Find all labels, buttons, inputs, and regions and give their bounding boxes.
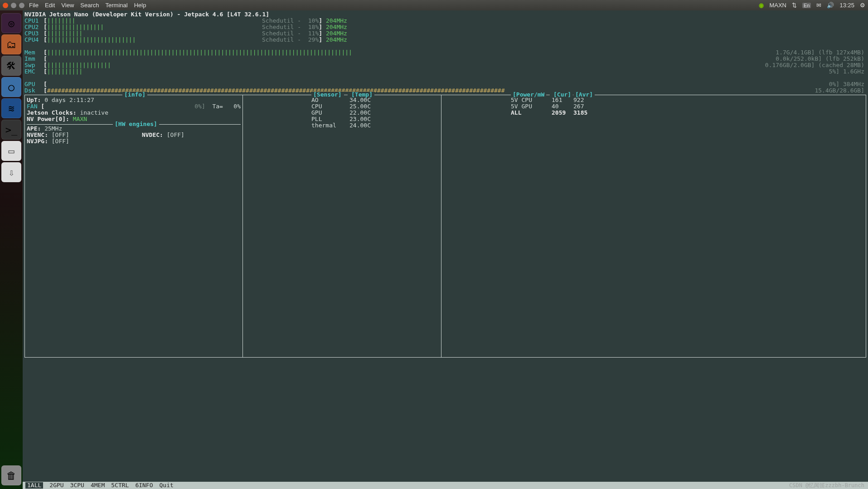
power-mode-indicator[interactable]: MAXN (769, 2, 786, 9)
menu-edit[interactable]: Edit (45, 2, 55, 9)
minimize-icon[interactable] (11, 3, 16, 8)
power-avr: 267 (573, 103, 584, 110)
sensor-temp: 22.00C (349, 109, 371, 116)
launcher-trash-icon[interactable]: 🗑 (1, 465, 21, 485)
tab-quit[interactable]: Quit (160, 482, 174, 489)
fan-label: FAN (27, 103, 37, 110)
ta-label: Ta= (212, 103, 223, 110)
menu-search[interactable]: Search (80, 2, 99, 9)
cpu-pct: 18% (308, 24, 319, 30)
sensor-temp: 25.00C (349, 103, 371, 110)
cpu-label: CPU4 (24, 37, 44, 43)
maximize-icon[interactable] (19, 3, 24, 8)
watermark: CSDN @忆闻笛zzzbh-Brunch (789, 482, 864, 489)
dsk-right: 15.4GB/28.6GB] (815, 87, 864, 94)
nvpower-label: NV Power[0]: (27, 116, 69, 122)
clock[interactable]: 13:25 (839, 2, 854, 9)
jtop-title: NVIDIA Jetson Nano (Developer Kit Versio… (24, 11, 866, 18)
hw-engines-divider: [HW engines] (27, 124, 241, 125)
ape-value: 25MHz (44, 125, 62, 132)
sensor-temp: 24.00C (349, 122, 371, 129)
launcher-chromium-icon[interactable]: ◯ (1, 77, 21, 97)
swp-label: Swp (24, 62, 44, 68)
menu-items: File Edit View Search Terminal Help (29, 2, 146, 9)
gpu-label: GPU (24, 81, 44, 87)
sensor-name: GPU (311, 110, 349, 116)
launcher-usb-icon[interactable]: ⇩ (1, 162, 21, 182)
cpu-gov: Schedutil (262, 24, 294, 30)
gear-icon[interactable]: ⚙ (860, 2, 865, 9)
cpu-pct: 10% (308, 17, 319, 24)
sensor-temp: 34.00C (349, 97, 371, 103)
mail-icon[interactable]: ✉ (816, 2, 821, 9)
menu-file[interactable]: File (29, 2, 39, 9)
menu-terminal[interactable]: Terminal (106, 2, 128, 9)
nvenc-value: [OFF] (52, 131, 69, 138)
nvidia-icon[interactable]: ◉ (759, 2, 764, 9)
volume-icon[interactable]: 🔊 (827, 2, 834, 9)
mem-bar: ||||||||||||||||||||||||||||||||||||||||… (47, 49, 352, 56)
sensor-name: thermal (311, 122, 349, 129)
cpu-bar: |||||||| (47, 18, 76, 24)
status-bar: 1ALL 2GPU 3CPU 4MEM 5CTRL 6INFO Quit CSD… (23, 482, 868, 489)
nvdec-label: NVDEC: (142, 131, 163, 138)
tab-ctrl[interactable]: 5CTRL (111, 482, 129, 489)
launcher-vscode-icon[interactable]: ≋ (1, 98, 21, 118)
ape-label: APE: (27, 125, 41, 132)
sensor-temp: 23.00C (349, 116, 371, 122)
fan-pct: 0%] (194, 103, 205, 110)
launcher-dash-icon[interactable]: ◎ (1, 13, 21, 33)
mem-label: Mem (24, 49, 44, 56)
launcher-terminal-icon[interactable]: >_ (1, 120, 21, 140)
jetson-clocks-label: Jetson Clocks: (27, 109, 77, 116)
launcher-settings-icon[interactable]: 🛠 (1, 56, 21, 76)
info-pane: UpT: 0 days 2:11:27 FAN [ 0%] Ta= 0% Jet… (27, 97, 241, 145)
cpu-bar: |||||||||||||||| (47, 24, 104, 30)
menu-view[interactable]: View (61, 2, 74, 9)
menu-help[interactable]: Help (134, 2, 146, 9)
cpu-bar: |||||||||| (47, 30, 82, 37)
tab-mem[interactable]: 4MEM (91, 482, 105, 489)
terminal[interactable]: NVIDIA Jetson Nano (Developer Kit Versio… (23, 10, 868, 489)
power-name: 5V GPU (511, 103, 552, 110)
nvpower-value: MAXN (73, 116, 87, 122)
gpu-right: 0%] 384MHz (829, 81, 864, 87)
power-avr: 3185 (573, 109, 587, 116)
dsk-label: Dsk (24, 87, 44, 94)
tab-cpu[interactable]: 3CPU (70, 482, 84, 489)
sensor-name: AO (311, 97, 349, 103)
power-name: 5V CPU (511, 97, 552, 103)
network-icon[interactable]: ⇅ (792, 2, 797, 9)
uptime-value: 0 days 2:11:27 (44, 97, 94, 103)
nvdec-value: [OFF] (167, 131, 184, 138)
keyboard-layout-indicator[interactable]: En (802, 3, 811, 8)
cpu-bar: ||||||||||||||||||||||||| (47, 37, 136, 43)
pane-divider-2 (441, 95, 441, 358)
power-cur: 2059 (552, 110, 573, 116)
dsk-bar: ########################################… (47, 87, 505, 94)
power-pane: 5V CPU1619225V GPU40267ALL20593185 (511, 97, 587, 116)
emc-bar: |||||||||| (47, 68, 82, 75)
jetson-clocks-value: inactive (80, 109, 108, 116)
cpu-freq: 204MHz (326, 30, 347, 37)
swp-right: 0.176GB/2.0GB] (cached 28MB) (765, 62, 864, 68)
window-controls (3, 3, 24, 8)
sensor-name: PLL (311, 116, 349, 122)
launcher-files-icon[interactable]: 🗂 (1, 34, 21, 54)
cpu-freq: 204MHz (326, 17, 347, 24)
emc-label: EMC (24, 68, 44, 75)
mem-right: 1.7G/4.1GB] (lfb 127x4MB) (776, 49, 864, 56)
power-cur: 161 (552, 97, 573, 103)
launcher-disk-icon[interactable]: ▭ (1, 141, 21, 161)
nvjpg-value: [OFF] (52, 138, 69, 145)
cpu-gov: Schedutil (262, 30, 294, 37)
tab-all[interactable]: 1ALL (25, 482, 43, 489)
uptime-label: UpT: (27, 97, 41, 103)
power-name: ALL (511, 110, 552, 116)
cpu-label: CPU1 (24, 18, 44, 24)
tab-info[interactable]: 6INFO (135, 482, 153, 489)
close-icon[interactable] (3, 3, 8, 8)
launcher: ◎ 🗂 🛠 ◯ ≋ >_ ▭ ⇩ 🗑 (0, 10, 23, 489)
tab-gpu[interactable]: 2GPU (49, 482, 63, 489)
cpu-freq: 204MHz (326, 36, 347, 43)
